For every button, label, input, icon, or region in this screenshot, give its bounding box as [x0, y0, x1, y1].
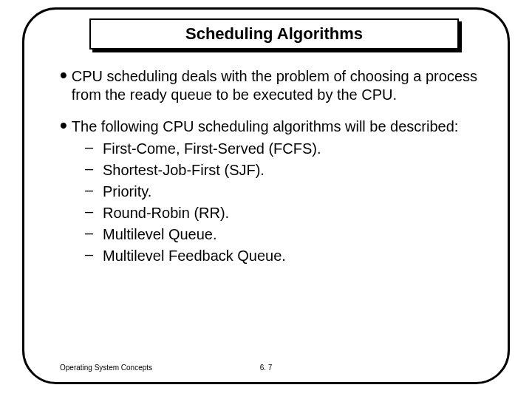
- sub-text: Multilevel Queue.: [103, 225, 217, 244]
- sub-text: Round-Robin (RR).: [103, 203, 229, 222]
- slide-title: Scheduling Algorithms: [185, 24, 363, 44]
- sub-list: – First-Come, First-Served (FCFS). – Sho…: [85, 139, 491, 265]
- title-box: Scheduling Algorithms: [89, 18, 459, 50]
- bullet-icon: •: [60, 119, 67, 132]
- bullet-icon: •: [60, 69, 67, 82]
- dash-icon: –: [85, 139, 103, 156]
- sub-item: – Multilevel Feedback Queue.: [85, 246, 491, 265]
- sub-item: – Priority.: [85, 182, 491, 201]
- bullet-text: The following CPU scheduling algorithms …: [72, 117, 459, 136]
- bullet-item: • The following CPU scheduling algorithm…: [60, 117, 491, 136]
- dash-icon: –: [85, 160, 103, 177]
- dash-icon: –: [85, 225, 103, 242]
- sub-item: – Round-Robin (RR).: [85, 203, 491, 222]
- sub-text: Priority.: [103, 182, 151, 201]
- sub-item: – First-Come, First-Served (FCFS).: [85, 139, 491, 158]
- slide-frame: Scheduling Algorithms • CPU scheduling d…: [22, 7, 510, 384]
- footer-page-number: 6. 7: [24, 364, 508, 372]
- sub-item: – Shortest-Job-First (SJF).: [85, 160, 491, 180]
- bullet-text: CPU scheduling deals with the problem of…: [72, 67, 491, 104]
- dash-icon: –: [85, 246, 103, 263]
- sub-text: Multilevel Feedback Queue.: [103, 246, 286, 265]
- bullet-item: • CPU scheduling deals with the problem …: [60, 67, 491, 104]
- sub-text: Shortest-Job-First (SJF).: [103, 160, 265, 180]
- sub-item: – Multilevel Queue.: [85, 225, 491, 244]
- slide-body: • CPU scheduling deals with the problem …: [60, 67, 491, 267]
- dash-icon: –: [85, 203, 103, 220]
- sub-text: First-Come, First-Served (FCFS).: [103, 139, 321, 158]
- dash-icon: –: [85, 182, 103, 199]
